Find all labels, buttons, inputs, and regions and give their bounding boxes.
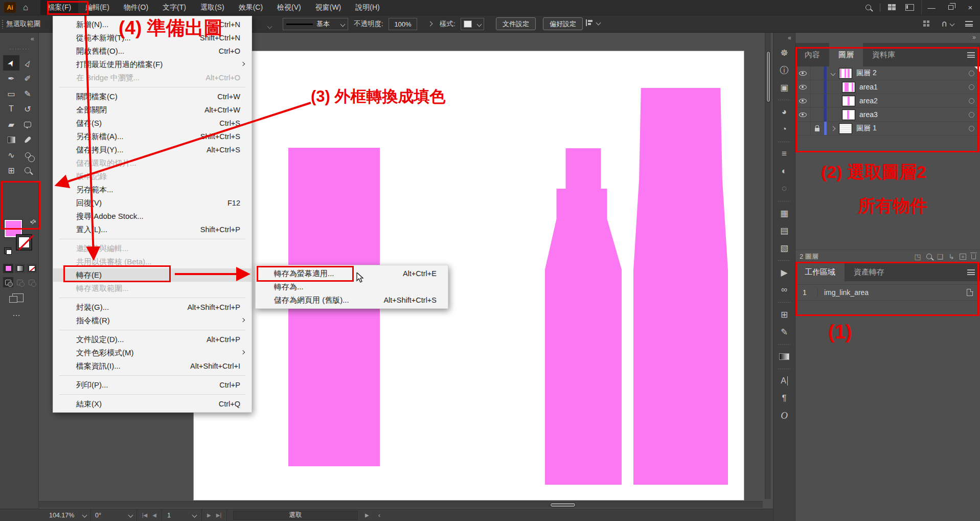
drag-dots[interactable] bbox=[773, 197, 795, 205]
panel-menu-icon[interactable] bbox=[965, 21, 973, 27]
brushes-icon[interactable]: ✎ bbox=[773, 323, 795, 341]
screen-mode-icon[interactable] bbox=[12, 293, 24, 302]
target-circle[interactable] bbox=[963, 126, 980, 131]
tab-asset-export[interactable]: 資產轉存 bbox=[845, 263, 894, 281]
vertical-scrollbar-thumb[interactable] bbox=[766, 51, 770, 102]
menu-select[interactable]: 選取(S) bbox=[193, 0, 232, 15]
file-menu-item[interactable]: 文件設定(D)... Alt+Ctrl+P bbox=[53, 333, 252, 346]
file-menu-item[interactable]: 回復(V) F12 bbox=[53, 196, 252, 210]
rotate-tool[interactable]: ↺ bbox=[19, 101, 36, 117]
rotation-dropdown[interactable]: 0° bbox=[91, 509, 137, 521]
visibility-toggle[interactable] bbox=[795, 108, 811, 121]
opentype-icon[interactable]: O bbox=[773, 407, 795, 424]
menu-help[interactable]: 說明(H) bbox=[348, 0, 386, 15]
file-menu-item[interactable] bbox=[53, 373, 252, 378]
align-options-dropdown[interactable] bbox=[586, 19, 600, 26]
arrange-documents-icon[interactable] bbox=[923, 20, 930, 27]
document-setup-button[interactable]: 文件設定 bbox=[496, 17, 536, 30]
opacity-flyout-icon[interactable] bbox=[428, 21, 433, 27]
file-menu-item[interactable]: 儲存(S) Ctrl+S bbox=[53, 117, 252, 130]
style-dropdown[interactable] bbox=[461, 18, 484, 30]
lock-toggle[interactable] bbox=[811, 122, 824, 135]
drag-dots[interactable] bbox=[773, 257, 795, 264]
file-menu-item[interactable]: 新增(N)... Ctrl+N bbox=[53, 18, 252, 31]
character-icon[interactable]: A bbox=[773, 372, 795, 390]
gradient-bar-icon[interactable] bbox=[773, 348, 795, 365]
file-menu-item[interactable] bbox=[53, 84, 252, 90]
layer-thumbnail[interactable] bbox=[839, 68, 852, 79]
type-tool[interactable]: T bbox=[3, 101, 19, 117]
shape-builder-tool[interactable] bbox=[19, 147, 36, 163]
pink-bottle-shape-right[interactable] bbox=[633, 88, 728, 485]
layer-thumbnail[interactable] bbox=[839, 123, 852, 134]
file-menu-item[interactable] bbox=[53, 236, 252, 242]
collapse-panel-icon[interactable]: » bbox=[972, 34, 976, 41]
actions-icon[interactable]: ▶ bbox=[773, 264, 795, 281]
menu-object[interactable]: 物件(O) bbox=[117, 0, 155, 15]
next-artboard-icon[interactable]: ▶ bbox=[207, 512, 211, 518]
object-name[interactable]: area1 bbox=[859, 83, 963, 91]
workspace-switcher-icon[interactable] bbox=[883, 0, 901, 15]
app-logo-icon[interactable]: Ai bbox=[4, 2, 16, 13]
file-menu-item[interactable]: 開啟舊檔(O)... Ctrl+O bbox=[53, 44, 252, 58]
file-menu-item[interactable]: 共用以供審核 (Beta)... bbox=[53, 255, 252, 268]
artboard-number-dropdown[interactable]: 1 bbox=[162, 509, 202, 521]
restore-button[interactable] bbox=[941, 0, 961, 15]
eyedropper-tool[interactable] bbox=[19, 132, 36, 147]
document-layout-icon[interactable] bbox=[901, 0, 918, 15]
tab-artboards[interactable]: 工作區域 bbox=[795, 263, 845, 281]
draw-inside-icon[interactable] bbox=[27, 277, 37, 287]
layer-row-area3[interactable]: area3 bbox=[795, 108, 980, 122]
layer-name[interactable]: 圖層 2 bbox=[856, 69, 963, 78]
comment-tool[interactable] bbox=[19, 117, 36, 132]
info-icon[interactable]: ⓘ bbox=[773, 61, 795, 79]
expand-dock-icon[interactable]: « bbox=[788, 34, 791, 41]
menu-view[interactable]: 檢視(V) bbox=[270, 0, 308, 15]
close-button[interactable]: × bbox=[961, 0, 980, 15]
collect-for-export-icon[interactable]: ◳ bbox=[914, 253, 921, 261]
lock-toggle[interactable] bbox=[811, 80, 824, 94]
transparency-icon[interactable]: ◐ bbox=[773, 163, 795, 180]
gradient-button[interactable] bbox=[15, 264, 25, 273]
paintbrush-tool[interactable]: ✎ bbox=[19, 86, 36, 101]
object-name[interactable]: area2 bbox=[859, 97, 963, 105]
target-circle[interactable] bbox=[963, 112, 980, 118]
tab-content[interactable]: 內容 bbox=[795, 43, 829, 66]
links-icon[interactable]: ∞ bbox=[773, 281, 795, 299]
locate-object-icon[interactable] bbox=[926, 254, 932, 259]
pink-bottle-shape-middle[interactable] bbox=[545, 148, 622, 485]
layer-row-layer2[interactable]: 圖層 2 bbox=[795, 66, 980, 80]
align-icon[interactable]: ▤ bbox=[773, 222, 795, 239]
file-menu-item[interactable]: 文件色彩模式(M) bbox=[53, 346, 252, 359]
drag-dots[interactable] bbox=[773, 365, 795, 372]
file-menu-item[interactable] bbox=[53, 295, 252, 301]
artboard-name[interactable]: img_link_area bbox=[818, 288, 967, 297]
new-sublayer-icon[interactable]: ↳ bbox=[948, 253, 954, 261]
width-tool[interactable]: ∿ bbox=[3, 147, 19, 163]
preferences-button[interactable]: 偏好設定 bbox=[543, 17, 583, 30]
file-menu-item[interactable]: 另存新檔(A)... Shift+Ctrl+S bbox=[53, 130, 252, 143]
file-menu-item[interactable]: 封裝(G)... Alt+Shift+Ctrl+P bbox=[53, 301, 252, 314]
vertical-scrollbar[interactable] bbox=[765, 33, 771, 499]
stroke-style-dropdown[interactable]: 基本 bbox=[283, 18, 348, 30]
artboard-icon[interactable] bbox=[967, 289, 973, 296]
status-indicator-field[interactable]: 選取 bbox=[233, 511, 358, 520]
color-button[interactable] bbox=[3, 264, 13, 273]
tab-layers[interactable]: 圖層 bbox=[829, 43, 863, 66]
menu-file[interactable]: 檔案(F) bbox=[40, 0, 78, 15]
drag-dots[interactable] bbox=[773, 341, 795, 348]
none-button[interactable] bbox=[27, 264, 37, 273]
file-menu-item[interactable] bbox=[53, 327, 252, 333]
color-guide-icon[interactable]: ◔ bbox=[773, 121, 795, 138]
back-chevron-icon[interactable]: ‹ bbox=[378, 511, 380, 519]
rectangle-tool[interactable]: ▭ bbox=[3, 86, 19, 101]
zoom-level-dropdown[interactable]: 104.17% bbox=[45, 509, 91, 521]
file-menu-item[interactable]: 指令檔(R) bbox=[53, 314, 252, 327]
swatches-icon[interactable]: ⊞ bbox=[773, 306, 795, 323]
panel-menu-icon[interactable] bbox=[967, 269, 975, 275]
wheel-icon[interactable]: ☸ bbox=[773, 44, 795, 61]
collapse-toolbar-icon[interactable]: « bbox=[31, 35, 34, 42]
swap-fill-stroke-icon[interactable]: ⇆ bbox=[28, 217, 37, 226]
file-menu-item[interactable]: 搜尋 Adobe Stock... bbox=[53, 210, 252, 223]
file-menu-item[interactable]: 轉存選取範圍... bbox=[53, 282, 252, 295]
